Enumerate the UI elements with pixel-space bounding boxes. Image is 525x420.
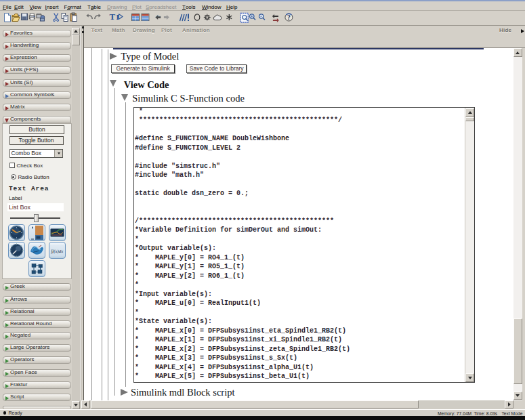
svg-text:∫f(x)dx: ∫f(x)dx	[51, 249, 64, 254]
svg-text:?: ?	[287, 14, 291, 21]
svg-text:T: T	[110, 12, 116, 22]
